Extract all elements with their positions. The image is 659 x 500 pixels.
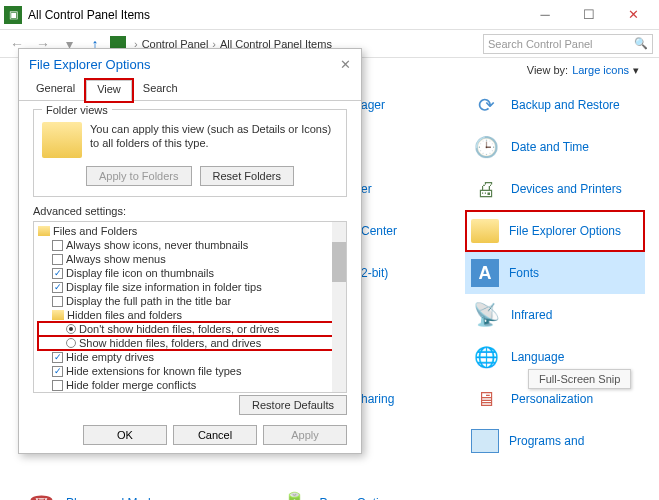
cancel-button[interactable]: Cancel [173, 425, 257, 445]
dialog-title: File Explorer Options [29, 57, 150, 72]
tree-row[interactable]: ✓Hide empty drives [38, 350, 342, 364]
minimize-button[interactable]: ─ [523, 1, 567, 29]
tab-general[interactable]: General [25, 79, 86, 100]
window-titlebar: ▣ All Control Panel Items ─ ☐ ✕ [0, 0, 659, 30]
group-title: Folder views [42, 104, 112, 116]
partial-item[interactable]: 2-bit) [361, 266, 392, 280]
tree-row[interactable]: Hidden files and folders [38, 308, 342, 322]
tree-row[interactable]: ✓Hide extensions for known file types [38, 364, 342, 378]
dropdown-icon[interactable]: ▾ [633, 64, 639, 77]
close-button[interactable]: ✕ [611, 1, 655, 29]
tree-row[interactable]: Don't show hidden files, folders, or dri… [38, 322, 342, 336]
cp-item-phone[interactable]: ☎Phone and Modem [20, 482, 173, 500]
folder-icon [52, 310, 64, 320]
tab-search[interactable]: Search [132, 79, 189, 100]
apply-to-folders-button[interactable]: Apply to Folders [86, 166, 191, 186]
programs-icon [471, 429, 499, 453]
folder-views-icon [42, 122, 82, 158]
folder-views-text: You can apply this view (such as Details… [90, 122, 338, 158]
tree-label: Display file size information in folder … [66, 281, 262, 293]
tree-row[interactable]: ✓Hide protected operating system files (… [38, 392, 342, 393]
cp-item-power[interactable]: 🔋Power Options [273, 482, 404, 500]
checkbox[interactable] [52, 380, 63, 391]
partial-item[interactable]: er [361, 182, 376, 196]
tree-row[interactable]: Files and Folders [38, 224, 342, 238]
restore-defaults-button[interactable]: Restore Defaults [239, 395, 347, 415]
maximize-button[interactable]: ☐ [567, 1, 611, 29]
tree-label: Always show icons, never thumbnails [66, 239, 248, 251]
tree-row[interactable]: Display the full path in the title bar [38, 294, 342, 308]
control-panel-icon: ▣ [4, 6, 22, 24]
radio[interactable] [66, 324, 76, 334]
checkbox[interactable] [52, 296, 63, 307]
phone-icon: ☎ [26, 488, 56, 500]
advanced-settings-tree[interactable]: Files and FoldersAlways show icons, neve… [33, 221, 347, 393]
scrollbar-track[interactable] [332, 222, 346, 392]
cp-item-language[interactable]: 🌐Language [465, 336, 645, 378]
tree-label: Display the full path in the title bar [66, 295, 231, 307]
tree-row[interactable]: ✓Display file size information in folder… [38, 280, 342, 294]
apply-button[interactable]: Apply [263, 425, 347, 445]
dialog-close-button[interactable]: ✕ [340, 57, 351, 72]
ok-button[interactable]: OK [83, 425, 167, 445]
tree-row[interactable]: Hide folder merge conflicts [38, 378, 342, 392]
search-placeholder: Search Control Panel [488, 38, 593, 50]
cp-item-file-explorer[interactable]: File Explorer Options [465, 210, 645, 252]
tree-label: Hide empty drives [66, 351, 154, 363]
backup-icon: ⟳ [471, 90, 501, 120]
checkbox[interactable]: ✓ [52, 366, 63, 377]
tree-label: Display file icon on thumbnails [66, 267, 214, 279]
cp-item-devices[interactable]: 🖨Devices and Printers [465, 168, 645, 210]
partial-column: ager er Center 2-bit) haring [355, 84, 455, 420]
checkbox[interactable] [52, 240, 63, 251]
tree-label: Don't show hidden files, folders, or dri… [79, 323, 279, 335]
checkbox[interactable]: ✓ [52, 282, 63, 293]
tree-row[interactable]: ✓Display file icon on thumbnails [38, 266, 342, 280]
tree-label: Always show menus [66, 253, 166, 265]
tab-view[interactable]: View [86, 80, 132, 101]
tree-label: Show hidden files, folders, and drives [79, 337, 261, 349]
view-by-value[interactable]: Large icons [572, 64, 629, 76]
cp-item-personalization[interactable]: 🖥Personalization [465, 378, 645, 420]
scrollbar-thumb[interactable] [332, 242, 346, 282]
monitor-icon: 🖥 [471, 384, 501, 414]
infrared-icon: 📡 [471, 300, 501, 330]
globe-icon: 🌐 [471, 342, 501, 372]
cp-item-programs[interactable]: Programs and [465, 420, 645, 462]
checkbox[interactable] [52, 254, 63, 265]
clock-icon: 🕒 [471, 132, 501, 162]
folder-icon [38, 226, 50, 236]
dialog-tabs: General View Search [19, 79, 361, 101]
tree-label: Hide folder merge conflicts [66, 379, 196, 391]
folder-views-group: Folder views You can apply this view (su… [33, 109, 347, 197]
cp-item-datetime[interactable]: 🕒Date and Time [465, 126, 645, 168]
partial-item[interactable]: Center [361, 224, 401, 238]
reset-folders-button[interactable]: Reset Folders [200, 166, 294, 186]
checkbox[interactable]: ✓ [52, 268, 63, 279]
dialog-body: Folder views You can apply this view (su… [19, 101, 361, 419]
control-panel-items: ⟳Backup and Restore 🕒Date and Time 🖨Devi… [465, 84, 645, 462]
tree-row[interactable]: Always show menus [38, 252, 342, 266]
cp-item-backup[interactable]: ⟳Backup and Restore [465, 84, 645, 126]
checkbox[interactable]: ✓ [52, 352, 63, 363]
dialog-titlebar: File Explorer Options ✕ [19, 49, 361, 79]
cp-item-infrared[interactable]: 📡Infrared [465, 294, 645, 336]
printer-icon: 🖨 [471, 174, 501, 204]
search-icon: 🔍 [634, 37, 648, 50]
file-explorer-options-dialog: File Explorer Options ✕ General View Sea… [18, 48, 362, 454]
dialog-buttons: OK Cancel Apply [19, 419, 361, 451]
fonts-icon: A [471, 259, 499, 287]
advanced-settings-label: Advanced settings: [33, 205, 347, 217]
view-by-label: View by: [527, 64, 568, 76]
tree-label: Files and Folders [53, 225, 137, 237]
folder-icon [471, 219, 499, 243]
power-icon: 🔋 [279, 488, 309, 500]
tree-row[interactable]: Always show icons, never thumbnails [38, 238, 342, 252]
tree-row[interactable]: Show hidden files, folders, and drives [38, 336, 342, 350]
search-input[interactable]: Search Control Panel 🔍 [483, 34, 653, 54]
partial-item[interactable]: ager [361, 98, 389, 112]
radio[interactable] [66, 338, 76, 348]
partial-item[interactable]: haring [361, 392, 398, 406]
bottom-row: ☎Phone and Modem 🔋Power Options [20, 482, 404, 500]
cp-item-fonts[interactable]: AFonts [465, 252, 645, 294]
